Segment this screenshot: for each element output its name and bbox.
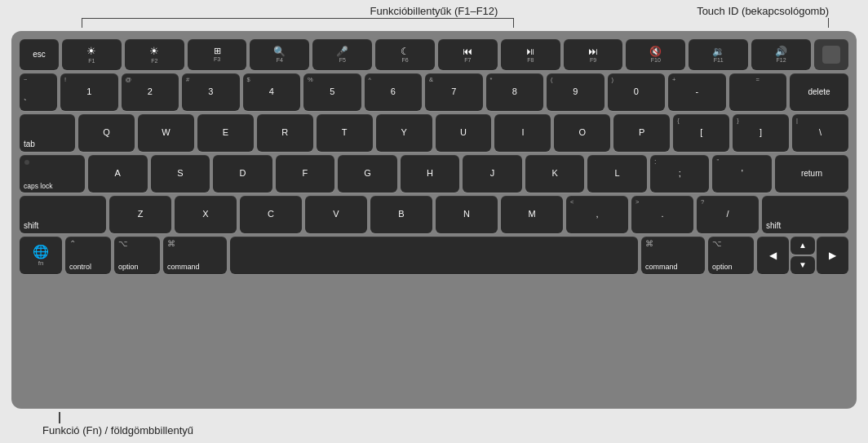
key-t[interactable]: T	[317, 114, 373, 152]
key-equals[interactable]: =	[729, 73, 787, 111]
key-lbracket[interactable]: { [	[673, 114, 729, 152]
key-u[interactable]: U	[436, 114, 492, 152]
asdf-row: caps lock A S D F G H J K L : ; " ' retu…	[20, 155, 848, 193]
key-rbracket[interactable]: } ]	[733, 114, 789, 152]
key-s[interactable]: S	[151, 155, 210, 193]
key-semicolon[interactable]: : ;	[650, 155, 710, 193]
key-e[interactable]: E	[197, 114, 254, 152]
key-fn[interactable]: 🌐 fn	[20, 237, 62, 274]
key-return[interactable]: return	[775, 155, 848, 193]
key-d[interactable]: D	[213, 155, 272, 193]
key-5[interactable]: % 5	[303, 73, 361, 111]
key-c[interactable]: C	[240, 196, 302, 233]
key-spacebar[interactable]	[230, 237, 638, 274]
key-f11[interactable]: 🔉 F11	[689, 39, 748, 70]
key-f9[interactable]: ⏭ F9	[564, 39, 623, 70]
key-command-left[interactable]: ⌘ command	[163, 237, 227, 274]
key-esc[interactable]: esc	[20, 39, 59, 70]
key-comma[interactable]: < ,	[566, 196, 628, 233]
key-v[interactable]: V	[305, 196, 367, 233]
key-b[interactable]: B	[370, 196, 432, 233]
key-arrow-down[interactable]: ▼	[790, 256, 814, 274]
key-tab[interactable]: tab	[20, 114, 75, 152]
key-r[interactable]: R	[257, 114, 313, 152]
key-f[interactable]: F	[276, 155, 335, 193]
key-9[interactable]: ( 9	[547, 73, 604, 111]
arrow-up-down: ▲ ▼	[790, 237, 814, 274]
key-8[interactable]: * 8	[486, 73, 544, 111]
key-3[interactable]: # 3	[182, 73, 240, 111]
key-p[interactable]: P	[613, 114, 670, 152]
key-option-left[interactable]: ⌥ option	[114, 237, 160, 274]
arrow-top: ◀ ▲ ▼ ▶	[757, 237, 848, 274]
key-7[interactable]: & 7	[425, 73, 483, 111]
key-q[interactable]: Q	[78, 114, 135, 152]
key-f1[interactable]: ☀ F1	[62, 39, 122, 70]
key-shift-right[interactable]: shift	[762, 196, 848, 233]
key-l[interactable]: L	[587, 155, 647, 193]
key-shift-left[interactable]: shift	[20, 196, 106, 233]
key-k[interactable]: K	[525, 155, 585, 193]
key-6[interactable]: ^ 6	[365, 73, 423, 111]
key-a[interactable]: A	[88, 155, 148, 193]
key-m[interactable]: M	[501, 196, 563, 233]
key-f2[interactable]: ☀ F2	[125, 39, 184, 70]
key-period[interactable]: > .	[631, 196, 693, 233]
key-slash[interactable]: ? /	[697, 196, 759, 233]
key-command-right[interactable]: ⌘ command	[641, 237, 705, 274]
key-j[interactable]: J	[463, 155, 522, 193]
key-o[interactable]: O	[554, 114, 610, 152]
key-option-right[interactable]: ⌥ option	[708, 237, 754, 274]
key-delete[interactable]: delete	[790, 73, 848, 111]
zxcv-row: shift Z X C V B N M < , > . ? / shift	[20, 196, 848, 233]
key-quote[interactable]: " '	[712, 155, 772, 193]
key-4[interactable]: $ 4	[243, 73, 301, 111]
arrow-cluster: ◀ ▲ ▼ ▶	[757, 237, 848, 274]
key-1[interactable]: ! 1	[60, 73, 118, 111]
key-i[interactable]: I	[494, 114, 551, 152]
fn-bracket	[59, 412, 60, 423]
key-f4[interactable]: 🔍 F4	[250, 39, 309, 70]
key-arrow-left[interactable]: ◀	[757, 237, 789, 274]
key-control[interactable]: ⌃ control	[65, 237, 111, 274]
key-f10[interactable]: 🔇 F10	[626, 39, 685, 70]
function-keys-label: Funkcióbillentyűk (F1–F12)	[370, 5, 498, 17]
function-keys-bracket	[82, 18, 514, 28]
key-backtick[interactable]: ~ `	[20, 73, 57, 111]
key-f5[interactable]: 🎤 F5	[312, 39, 372, 70]
touch-id-sensor	[822, 46, 840, 64]
key-caps-lock[interactable]: caps lock	[20, 155, 85, 193]
key-f6[interactable]: ☾ F6	[375, 39, 435, 70]
key-minus[interactable]: + -	[668, 73, 726, 111]
fn-label: Funkció (Fn) / földgömbbillentyű	[42, 424, 193, 436]
qwerty-row: tab Q W E R T Y U I O P { [ } ] | \	[20, 114, 848, 152]
key-f8[interactable]: ⏯ F8	[501, 39, 560, 70]
key-x[interactable]: X	[175, 196, 237, 233]
key-n[interactable]: N	[436, 196, 498, 233]
function-row: esc ☀ F1 ☀ F2 ⊞ F3 🔍 F4 🎤 F5 ☾ F6	[20, 39, 848, 70]
key-w[interactable]: W	[138, 114, 194, 152]
bottom-row: 🌐 fn ⌃ control ⌥ option ⌘ command ⌘ comm…	[20, 237, 848, 274]
key-y[interactable]: Y	[376, 114, 432, 152]
key-g[interactable]: G	[338, 155, 397, 193]
touchid-bracket	[828, 18, 830, 28]
key-arrow-right[interactable]: ▶	[817, 237, 848, 274]
key-f7[interactable]: ⏮ F7	[438, 39, 498, 70]
keyboard: esc ☀ F1 ☀ F2 ⊞ F3 🔍 F4 🎤 F5 ☾ F6	[11, 31, 857, 409]
number-row: ~ ` ! 1 @ 2 # 3 $ 4 % 5 ^ 6 & 7	[20, 73, 848, 111]
touchid-label: Touch ID (bekapcsológomb)	[697, 5, 829, 17]
key-touch-id[interactable]	[814, 39, 848, 70]
key-f3[interactable]: ⊞ F3	[188, 39, 247, 70]
key-backslash[interactable]: | \	[792, 114, 848, 152]
key-z[interactable]: Z	[109, 196, 171, 233]
key-h[interactable]: H	[401, 155, 460, 193]
key-2[interactable]: @ 2	[122, 73, 179, 111]
key-arrow-up[interactable]: ▲	[790, 237, 814, 255]
key-f12[interactable]: 🔊 F12	[751, 39, 811, 70]
key-0[interactable]: ) 0	[608, 73, 666, 111]
